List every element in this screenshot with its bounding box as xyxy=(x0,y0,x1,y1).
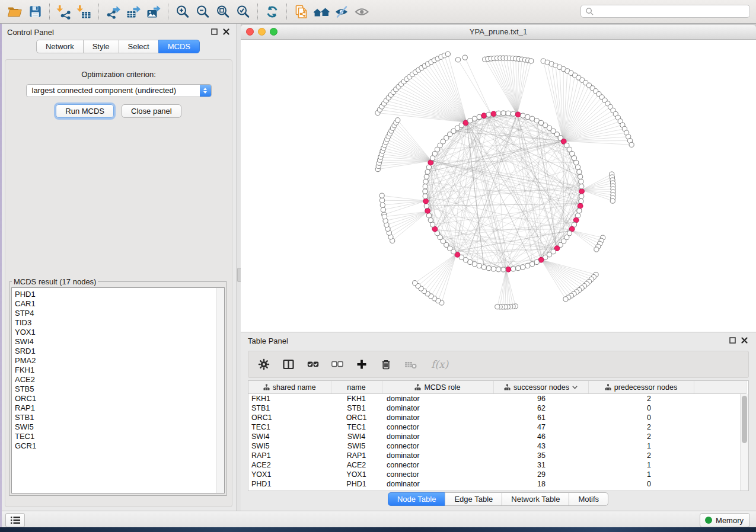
table-scrollbar-thumb[interactable] xyxy=(742,396,747,443)
float-panel-icon[interactable] xyxy=(211,28,218,35)
table-cell[interactable]: YOX1 xyxy=(331,470,382,479)
table-cell[interactable]: 0 xyxy=(588,403,694,413)
first-neighbors-button[interactable] xyxy=(311,2,331,22)
table-cell[interactable]: 46 xyxy=(493,432,588,441)
delete-column-button trash-icon[interactable] xyxy=(380,358,392,370)
close-panel-button[interactable]: Close panel xyxy=(122,104,181,118)
table-cell[interactable]: 1 xyxy=(588,470,694,479)
table-row[interactable]: PHD1PHD1dominator180 xyxy=(248,479,747,489)
table-scrollbar[interactable] xyxy=(740,394,748,491)
split-columns-button columns-icon[interactable] xyxy=(282,358,295,370)
zoom-in-button[interactable] xyxy=(173,2,193,22)
table-cell[interactable]: ORC1 xyxy=(248,413,331,422)
mcds-result-item[interactable]: SWI5 xyxy=(15,422,224,432)
mcds-result-item[interactable]: ACE2 xyxy=(15,375,224,384)
tab-motifs[interactable]: Motifs xyxy=(569,492,608,506)
mcds-result-item[interactable]: STB5 xyxy=(15,384,224,394)
table-cell[interactable]: 0 xyxy=(588,479,694,489)
table-cell[interactable]: SWI4 xyxy=(248,432,331,441)
network-canvas[interactable] xyxy=(241,40,756,332)
show-all-button[interactable] xyxy=(352,2,372,22)
table-cell[interactable]: STB1 xyxy=(331,403,382,413)
zoom-fit-button[interactable] xyxy=(213,2,233,22)
table-cell[interactable]: connector xyxy=(382,460,493,470)
mcds-result-item[interactable]: STP4 xyxy=(15,309,224,318)
table-cell[interactable]: dominator xyxy=(382,479,493,489)
table-cell[interactable]: TEC1 xyxy=(248,422,331,432)
table-cell[interactable]: 2 xyxy=(588,422,694,432)
column-header-predecessor-nodes[interactable]: predecessor nodes xyxy=(588,381,694,394)
table-cell[interactable]: SWI5 xyxy=(331,441,382,451)
table-cell[interactable]: 35 xyxy=(493,451,588,460)
mcds-result-item[interactable]: TEC1 xyxy=(15,432,224,441)
table-cell[interactable]: 61 xyxy=(493,413,588,422)
mcds-result-item[interactable]: FKH1 xyxy=(15,366,224,375)
export-image-button[interactable] xyxy=(143,2,164,22)
table-cell[interactable]: 31 xyxy=(493,460,588,470)
table-row[interactable]: TEC1TEC1connector472 xyxy=(248,422,747,432)
table-cell[interactable]: TEC1 xyxy=(331,422,382,432)
table-cell[interactable]: 96 xyxy=(493,394,588,404)
copy-network-button[interactable] xyxy=(291,2,311,22)
table-cell[interactable]: PHD1 xyxy=(248,479,331,489)
table-cell[interactable]: 62 xyxy=(493,403,588,413)
mcds-result-item[interactable]: YOX1 xyxy=(15,328,224,337)
hide-selected-button[interactable] xyxy=(331,2,352,22)
zoom-selected-button[interactable] xyxy=(233,2,253,22)
tab-network-table[interactable]: Network Table xyxy=(502,492,569,506)
open-session-button[interactable] xyxy=(5,2,25,22)
close-window-button[interactable] xyxy=(246,28,254,36)
table-row[interactable]: SWI5SWI5connector431 xyxy=(248,441,747,451)
column-header-mcds-role[interactable]: MCDS role xyxy=(382,381,493,394)
table-cell[interactable]: 2 xyxy=(588,394,694,404)
mcds-result-item[interactable]: PHD1 xyxy=(15,290,224,299)
mcds-result-item[interactable]: RAP1 xyxy=(15,403,224,413)
mcds-result-item[interactable]: CAR1 xyxy=(15,299,224,309)
add-column-button plus-icon[interactable] xyxy=(356,358,368,370)
result-list-scrollbar[interactable] xyxy=(216,288,224,493)
table-cell[interactable]: connector xyxy=(382,422,493,432)
table-cell[interactable]: FKH1 xyxy=(248,394,331,404)
table-cell[interactable]: ORC1 xyxy=(331,413,382,422)
search-input[interactable] xyxy=(580,5,750,18)
tab-select[interactable]: Select xyxy=(119,40,159,53)
table-cell[interactable]: ACE2 xyxy=(331,460,382,470)
float-panel-icon[interactable] xyxy=(729,337,736,344)
table-cell[interactable]: 18 xyxy=(493,479,588,489)
tab-network[interactable]: Network xyxy=(36,40,84,53)
column-header-name[interactable]: name xyxy=(331,381,382,394)
deselect-all-button unchecked-boxes-icon[interactable] xyxy=(331,358,343,370)
table-row[interactable]: SWI4SWI4dominator462 xyxy=(248,432,747,441)
mcds-result-list[interactable]: PHD1CAR1STP4TID3YOX1SWI4SRD1PMA2FKH1ACE2… xyxy=(11,287,225,493)
refresh-button[interactable] xyxy=(262,2,282,22)
save-session-button[interactable] xyxy=(25,2,45,22)
table-cell[interactable]: SWI4 xyxy=(331,432,382,441)
optimization-criterion-select[interactable]: largest connected component (undirected) xyxy=(26,84,212,97)
tab-node-table[interactable]: Node Table xyxy=(388,492,446,506)
delete-table-button table-delete-icon[interactable] xyxy=(404,358,419,370)
table-cell[interactable]: 29 xyxy=(493,470,588,479)
table-cell[interactable]: PHD1 xyxy=(331,479,382,489)
table-cell[interactable]: dominator xyxy=(382,413,493,422)
table-cell[interactable]: 2 xyxy=(588,432,694,441)
table-row[interactable]: YOX1YOX1connector291 xyxy=(248,470,747,479)
table-cell[interactable]: dominator xyxy=(382,394,493,404)
mcds-result-item[interactable]: GCR1 xyxy=(15,441,224,451)
table-cell[interactable]: connector xyxy=(382,441,493,451)
table-row[interactable]: ORC1ORC1dominator610 xyxy=(248,413,747,422)
tab-edge-table[interactable]: Edge Table xyxy=(445,492,502,506)
table-cell[interactable]: dominator xyxy=(382,403,493,413)
table-cell[interactable]: dominator xyxy=(382,451,493,460)
node-table[interactable]: shared namenameMCDS rolesuccessor nodesp… xyxy=(248,380,749,491)
import-network-button[interactable] xyxy=(54,2,74,22)
mcds-result-item[interactable]: TID3 xyxy=(15,318,224,328)
mcds-result-item[interactable]: SWI4 xyxy=(15,337,224,347)
minimize-window-button[interactable] xyxy=(258,28,266,36)
table-cell[interactable]: ACE2 xyxy=(248,460,331,470)
table-cell[interactable]: YOX1 xyxy=(248,470,331,479)
close-panel-icon[interactable] xyxy=(741,337,748,344)
table-cell[interactable]: 43 xyxy=(493,441,588,451)
mcds-result-item[interactable]: PMA2 xyxy=(15,356,224,366)
column-header-shared-name[interactable]: shared name xyxy=(248,381,331,394)
mcds-result-item[interactable]: ORC1 xyxy=(15,394,224,403)
